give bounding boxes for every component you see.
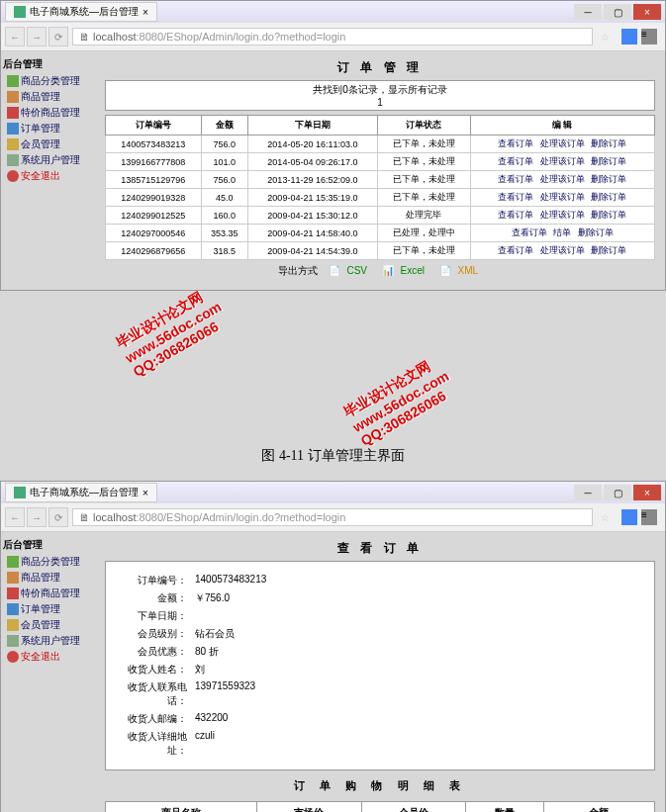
window-controls: ─ ▢ × (574, 4, 661, 20)
address-bar: ← → ⟳ 🗎 localhost:8080/EShop/Admin/login… (1, 503, 665, 532)
favicon-icon (14, 6, 26, 18)
sidebar-item-sysuser[interactable]: 系统用户管理 (3, 152, 93, 168)
sidebar-item-product[interactable]: 商品管理 (3, 89, 93, 105)
table-row: 1240299012525160.02009-04-21 15:30:12.0处… (106, 207, 655, 225)
exit-icon (7, 651, 19, 663)
action-link[interactable]: 处理该订单 (540, 192, 585, 202)
menu-icon[interactable]: ≡ (641, 509, 657, 525)
sidebar-title: 后台管理 (3, 55, 93, 73)
table-row: 124029901932845.02009-04-21 15:35:19.0已下… (106, 189, 655, 207)
action-link[interactable]: 查看订单 (512, 227, 547, 237)
maximize-button[interactable]: ▢ (604, 4, 631, 20)
sidebar-item-order[interactable]: 订单管理 (3, 121, 93, 136)
sidebar-item-category[interactable]: 商品分类管理 (3, 554, 93, 570)
action-link[interactable]: 删除订单 (591, 192, 626, 202)
detail-row: 下单日期： (126, 607, 634, 625)
reload-button[interactable]: ⟳ (48, 507, 68, 527)
reload-button[interactable]: ⟳ (48, 27, 68, 46)
detail-row: 收货人联系电话：13971559323 (126, 678, 634, 710)
action-link[interactable]: 查看订单 (498, 192, 533, 202)
product-icon (7, 91, 19, 103)
sidebar-title: 后台管理 (3, 536, 93, 554)
sidebar-item-member[interactable]: 会员管理 (3, 617, 93, 633)
favicon-icon (14, 487, 26, 498)
order-icon (7, 123, 19, 135)
page-title: 查 看 订 单 (105, 540, 655, 557)
action-link[interactable]: 处理该订单 (540, 174, 585, 184)
export-excel[interactable]: 📊 Excel (382, 265, 428, 276)
sidebar-item-product[interactable]: 商品管理 (3, 570, 93, 586)
back-button[interactable]: ← (5, 27, 25, 46)
order-table: 订单编号 金额 下单日期 订单状态 编 辑 1400573483213756.0… (105, 115, 655, 260)
maximize-button[interactable]: ▢ (604, 485, 631, 500)
member-icon (7, 619, 19, 631)
url-input[interactable]: 🗎 localhost:8080/EShop/Admin/login.do?me… (72, 508, 593, 526)
bookmark-icon[interactable]: ☆ (597, 32, 614, 43)
detail-row: 会员级别：钻石会员 (126, 625, 634, 643)
action-link[interactable]: 处理该订单 (540, 210, 585, 220)
title-bar: 电子商城系统—后台管理 × ─ ▢ × (1, 1, 665, 23)
tab-title: 电子商城系统—后台管理 (30, 5, 139, 19)
detail-row: 收货人邮编：432200 (126, 710, 634, 728)
caption-1: 图 4-11 订单管理主界面 (0, 439, 666, 473)
action-link[interactable]: 查看订单 (498, 156, 533, 166)
browser-tab[interactable]: 电子商城系统—后台管理 × (5, 483, 157, 502)
minimize-button[interactable]: ─ (574, 4, 602, 20)
close-button[interactable]: × (633, 485, 661, 500)
action-link[interactable]: 处理该订单 (540, 138, 585, 148)
export-xml[interactable]: 📄 XML (439, 265, 482, 276)
record-info-box: 共找到0条记录，显示所有记录 1 (105, 80, 655, 111)
tab-close-icon[interactable]: × (143, 7, 148, 18)
action-link[interactable]: 处理该订单 (540, 245, 585, 255)
extension-icon[interactable] (621, 29, 637, 45)
minimize-button[interactable]: ─ (574, 485, 602, 500)
browser-tab[interactable]: 电子商城系统—后台管理 × (5, 2, 157, 22)
export-bar: 导出方式 📄 CSV 📊 Excel 📄 XML (105, 260, 655, 282)
tab-close-icon[interactable]: × (143, 488, 148, 498)
menu-icon[interactable]: ≡ (641, 29, 657, 45)
table-row: 1240297000546353.352009-04-21 14:58:40.0… (106, 225, 655, 242)
action-link[interactable]: 查看订单 (498, 210, 533, 220)
browser-window-1: 电子商城系统—后台管理 × ─ ▢ × ← → ⟳ 🗎 localhost:80… (0, 0, 666, 291)
sidebar-item-exit[interactable]: 安全退出 (3, 649, 93, 665)
action-link[interactable]: 查看订单 (498, 174, 533, 184)
user-icon (7, 635, 19, 647)
export-csv[interactable]: 📄 CSV (329, 265, 371, 276)
sidebar-item-special[interactable]: 特价商品管理 (3, 105, 93, 121)
action-link[interactable]: 查看订单 (498, 138, 533, 148)
sidebar-item-special[interactable]: 特价商品管理 (3, 586, 93, 601)
url-input[interactable]: 🗎 localhost:8080/EShop/Admin/login.do?me… (72, 28, 593, 45)
action-link[interactable]: 删除订单 (591, 156, 626, 166)
address-bar: ← → ⟳ 🗎 localhost:8080/EShop/Admin/login… (1, 23, 665, 51)
detail-row: 会员优惠：80 折 (126, 643, 634, 661)
detail-row: 金额：￥756.0 (126, 589, 634, 607)
sub-title: 订 单 购 物 明 细 表 (105, 770, 655, 801)
action-link[interactable]: 查看订单 (498, 245, 533, 255)
user-icon (7, 154, 19, 166)
forward-button[interactable]: → (27, 507, 47, 527)
forward-button[interactable]: → (27, 27, 47, 46)
action-link[interactable]: 处理该订单 (540, 156, 585, 166)
url-doc-icon: 🗎 (79, 511, 90, 523)
window-controls: ─ ▢ × (574, 485, 661, 500)
title-bar: 电子商城系统—后台管理 × ─ ▢ × (1, 482, 665, 503)
order-detail-box: 订单编号：1400573483213金额：￥756.0下单日期：会员级别：钻石会… (105, 561, 655, 770)
special-icon (7, 587, 19, 599)
action-link[interactable]: 删除订单 (578, 227, 614, 237)
action-link[interactable]: 删除订单 (591, 245, 626, 255)
sidebar-item-member[interactable]: 会员管理 (3, 136, 93, 152)
action-link[interactable]: 结单 (553, 227, 571, 237)
main-content: 查 看 订 单 订单编号：1400573483213金额：￥756.0下单日期：… (95, 532, 665, 812)
action-link[interactable]: 删除订单 (591, 138, 626, 148)
extension-icon[interactable] (621, 509, 637, 525)
sidebar-item-exit[interactable]: 安全退出 (3, 168, 93, 184)
sidebar-item-sysuser[interactable]: 系统用户管理 (3, 633, 93, 649)
action-link[interactable]: 删除订单 (591, 210, 626, 220)
sidebar-item-order[interactable]: 订单管理 (3, 601, 93, 617)
close-button[interactable]: × (633, 4, 661, 20)
bookmark-icon[interactable]: ☆ (597, 512, 614, 523)
back-button[interactable]: ← (5, 507, 25, 527)
sidebar-item-category[interactable]: 商品分类管理 (3, 73, 93, 89)
order-icon (7, 603, 19, 615)
action-link[interactable]: 删除订单 (591, 174, 626, 184)
